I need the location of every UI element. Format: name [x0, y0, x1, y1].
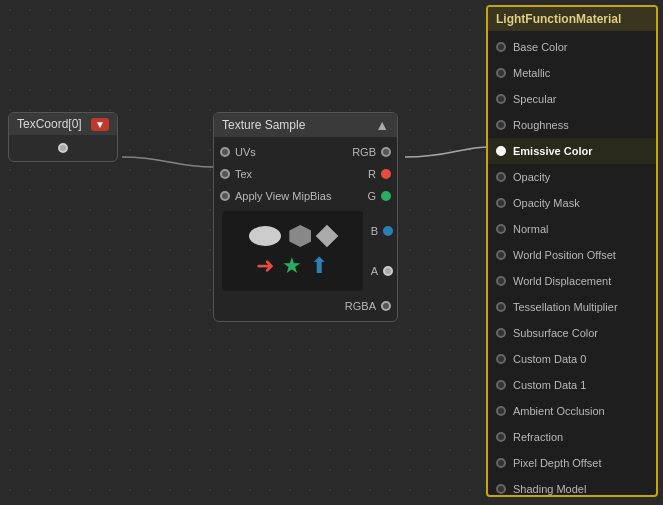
shape-diamond: [316, 225, 339, 248]
preview-shapes-bottom: ➜ ★ ⬆: [230, 255, 355, 277]
pin-r-label: R: [368, 168, 376, 180]
panel-item-metallic[interactable]: Metallic: [488, 60, 656, 86]
panel-item-custom-data-1[interactable]: Custom Data 1: [488, 372, 656, 398]
pin-left-mipbias: Apply View MipBias: [220, 190, 331, 202]
panel-item-pin-13: [496, 380, 506, 390]
pin-right-r: R: [368, 168, 391, 180]
panel-item-label-11: Subsurface Color: [513, 327, 598, 339]
pin-right-rgba: RGBA: [345, 300, 391, 312]
texcoord-node: TexCoord[0] ▼: [8, 112, 118, 162]
panel-item-label-12: Custom Data 0: [513, 353, 586, 365]
pin-left-tex: Tex: [220, 168, 252, 180]
pin-mipbias-label: Apply View MipBias: [235, 190, 331, 202]
texture-sample-body: UVs RGB Tex R: [214, 137, 397, 321]
texture-sample-node: Texture Sample ▲ UVs RGB Tex: [213, 112, 398, 322]
panel-item-pin-2: [496, 94, 506, 104]
texture-preview: ➜ ★ ⬆: [222, 211, 363, 291]
light-function-panel: LightFunctionMaterial Base ColorMetallic…: [486, 5, 658, 497]
pin-b-label: B: [371, 225, 378, 237]
panel-item-pin-14: [496, 406, 506, 416]
panel-item-label-14: Ambient Occlusion: [513, 405, 605, 417]
panel-item-pin-7: [496, 224, 506, 234]
panel-item-pin-0: [496, 42, 506, 52]
pin-right-rgb: RGB: [352, 146, 391, 158]
canvas: TexCoord[0] ▼ Texture Sample ▲ UVs RGB: [0, 0, 663, 505]
pin-a-dot[interactable]: [383, 266, 393, 276]
pin-r-dot[interactable]: [381, 169, 391, 179]
panel-item-pixel-depth-offset[interactable]: Pixel Depth Offset: [488, 450, 656, 476]
panel-item-label-0: Base Color: [513, 41, 567, 53]
pin-uvs-label: UVs: [235, 146, 256, 158]
texture-sample-collapse[interactable]: ▲: [375, 117, 389, 133]
panel-item-label-9: World Displacement: [513, 275, 611, 287]
panel-item-roughness[interactable]: Roughness: [488, 112, 656, 138]
panel-header: LightFunctionMaterial: [488, 7, 656, 31]
pin-left-uvs: UVs: [220, 146, 256, 158]
panel-item-specular[interactable]: Specular: [488, 86, 656, 112]
panel-item-label-17: Shading Model: [513, 483, 586, 495]
panel-item-opacity[interactable]: Opacity: [488, 164, 656, 190]
panel-item-label-13: Custom Data 1: [513, 379, 586, 391]
panel-item-label-16: Pixel Depth Offset: [513, 457, 601, 469]
panel-item-label-3: Roughness: [513, 119, 569, 131]
pin-row-uvs: UVs RGB: [214, 141, 397, 163]
pin-rgb-label: RGB: [352, 146, 376, 158]
shape-arrow-right: ➜: [256, 255, 274, 277]
panel-item-pin-1: [496, 68, 506, 78]
panel-item-refraction[interactable]: Refraction: [488, 424, 656, 450]
panel-item-base-color[interactable]: Base Color: [488, 34, 656, 60]
texture-sample-header: Texture Sample ▲: [214, 113, 397, 137]
shape-arrow-up: ⬆: [310, 255, 328, 277]
panel-item-pin-8: [496, 250, 506, 260]
panel-item-emissive-color[interactable]: Emissive Color: [488, 138, 656, 164]
panel-item-opacity-mask[interactable]: Opacity Mask: [488, 190, 656, 216]
panel-item-pin-17: [496, 484, 506, 494]
pin-rgba-dot[interactable]: [381, 301, 391, 311]
pin-uvs-dot[interactable]: [220, 147, 230, 157]
pin-right-b: B: [371, 225, 393, 237]
panel-item-shading-model[interactable]: Shading Model: [488, 476, 656, 495]
panel-item-label-1: Metallic: [513, 67, 550, 79]
pin-a-label: A: [371, 265, 378, 277]
panel-item-pin-16: [496, 458, 506, 468]
panel-item-pin-3: [496, 120, 506, 130]
panel-item-pin-9: [496, 276, 506, 286]
pin-rgb-dot[interactable]: [381, 147, 391, 157]
pin-row-tex: Tex R: [214, 163, 397, 185]
texcoord-body: [9, 135, 117, 161]
panel-item-pin-11: [496, 328, 506, 338]
panel-item-label-6: Opacity Mask: [513, 197, 580, 209]
pin-mipbias-dot[interactable]: [220, 191, 230, 201]
panel-item-pin-12: [496, 354, 506, 364]
texcoord-title: TexCoord[0]: [17, 117, 82, 131]
texcoord-header: TexCoord[0] ▼: [9, 113, 117, 135]
pin-g-label: G: [367, 190, 376, 202]
pin-right-a: A: [371, 265, 393, 277]
panel-item-world-displacement[interactable]: World Displacement: [488, 268, 656, 294]
panel-item-ambient-occlusion[interactable]: Ambient Occlusion: [488, 398, 656, 424]
pin-right-g: G: [367, 190, 391, 202]
texcoord-output-pin[interactable]: [58, 143, 68, 153]
panel-item-normal[interactable]: Normal: [488, 216, 656, 242]
pin-rgba-label: RGBA: [345, 300, 376, 312]
panel-item-subsurface-color[interactable]: Subsurface Color: [488, 320, 656, 346]
panel-items-list: Base ColorMetallicSpecularRoughnessEmiss…: [488, 31, 656, 495]
preview-shapes-top: [230, 225, 355, 247]
panel-item-pin-15: [496, 432, 506, 442]
pin-row-mipbias: Apply View MipBias G: [214, 185, 397, 207]
panel-item-label-5: Opacity: [513, 171, 550, 183]
pin-tex-dot[interactable]: [220, 169, 230, 179]
shape-hex: [289, 225, 311, 247]
panel-item-tessellation-multiplier[interactable]: Tessellation Multiplier: [488, 294, 656, 320]
panel-item-custom-data-0[interactable]: Custom Data 0: [488, 346, 656, 372]
panel-item-label-7: Normal: [513, 223, 548, 235]
pin-g-dot[interactable]: [381, 191, 391, 201]
preview-right-pins: B A: [371, 207, 397, 295]
texture-sample-title: Texture Sample: [222, 118, 305, 132]
pin-b-dot[interactable]: [383, 226, 393, 236]
panel-item-world-position-offset[interactable]: World Position Offset: [488, 242, 656, 268]
pin-row-rgba: RGBA: [214, 295, 397, 317]
texcoord-dropdown[interactable]: ▼: [91, 118, 109, 131]
pin-tex-label: Tex: [235, 168, 252, 180]
panel-item-pin-5: [496, 172, 506, 182]
